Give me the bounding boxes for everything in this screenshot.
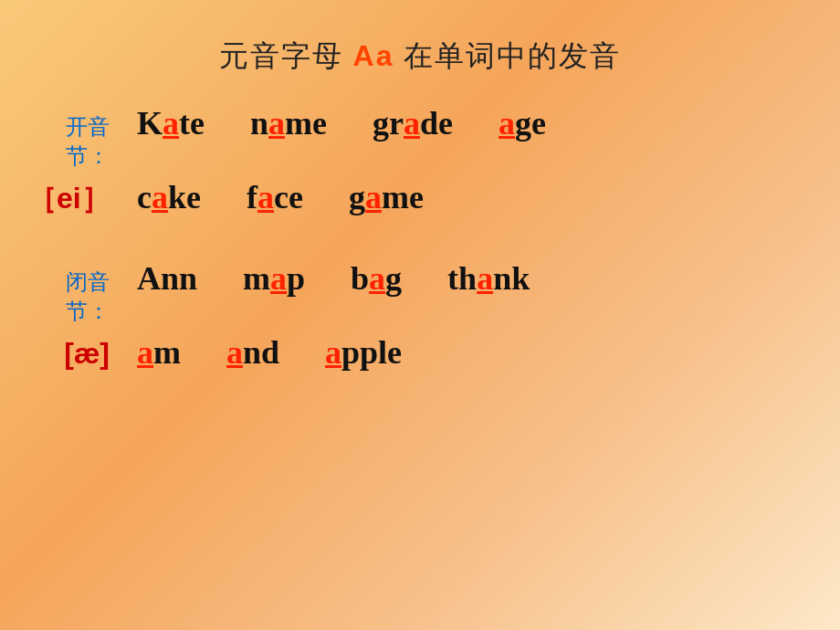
row-open-phonetic: ［ei］ cake face game <box>27 178 813 219</box>
vowel-and: a <box>226 334 243 371</box>
word-face: face <box>247 178 303 216</box>
vowel-thank: a <box>477 260 493 297</box>
word-game: game <box>349 178 424 216</box>
main-content: 开音节： Kate name grade age ［ei］ cake face … <box>27 104 813 390</box>
word-bag: bag <box>351 259 402 298</box>
word-age: age <box>499 104 546 142</box>
vowel-apple: a <box>325 334 341 371</box>
word-and: and <box>226 333 279 372</box>
row-open-label: 开音节： Kate name grade age <box>27 104 813 171</box>
title-suffix: 在单词中的发音 <box>394 39 621 72</box>
word-ann: Ann <box>137 259 197 298</box>
word-map: map <box>243 259 305 298</box>
page-title: 元音字母 Aa 在单词中的发音 <box>219 37 622 77</box>
words-row-4: am and apple <box>137 333 402 372</box>
label-closed-cn: 闭音节： <box>27 268 110 326</box>
words-row-3: Ann map bag thank <box>137 259 530 298</box>
vowel-grade: a <box>404 105 420 142</box>
vowel-map: a <box>270 260 287 297</box>
row-closed-phonetic: [æ] am and apple <box>27 333 813 372</box>
words-row-1: Kate name grade age <box>137 104 546 142</box>
label-open-cn: 开音节： <box>27 112 110 171</box>
word-thank: thank <box>447 259 530 298</box>
word-cake: cake <box>137 178 201 216</box>
words-row-2: cake face game <box>137 178 424 216</box>
label-open-phonetic: ［ei］ <box>27 179 110 219</box>
section-separator <box>27 237 813 259</box>
word-name: name <box>250 104 327 142</box>
vowel-face: a <box>257 179 274 215</box>
row-closed-label: 闭音节： Ann map bag thank <box>27 259 813 326</box>
vowel-bag: a <box>369 260 385 297</box>
label-closed-phonetic: [æ] <box>27 337 110 371</box>
word-apple: apple <box>325 333 402 372</box>
vowel-am: a <box>137 334 153 371</box>
title-highlight: Aa <box>353 39 394 72</box>
word-grade: grade <box>373 104 453 142</box>
vowel-kate: a <box>163 105 179 142</box>
title-prefix: 元音字母 <box>219 39 353 72</box>
word-am: am <box>137 333 181 372</box>
vowel-cake: a <box>152 179 168 215</box>
vowel-game: a <box>365 179 382 215</box>
word-kate: Kate <box>137 104 205 142</box>
section-open-syllable: 开音节： Kate name grade age ［ei］ cake face … <box>27 104 813 219</box>
vowel-name: a <box>268 105 285 142</box>
section-closed-syllable: 闭音节： Ann map bag thank [æ] am and apple <box>27 259 813 372</box>
vowel-age: a <box>499 105 515 142</box>
